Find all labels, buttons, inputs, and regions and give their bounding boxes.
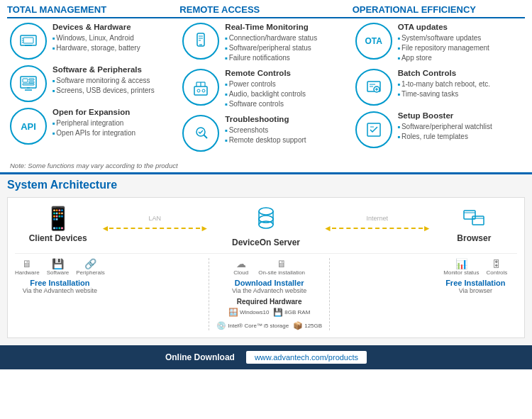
rc-bullet-2: Audio, backlight controls <box>225 89 306 99</box>
cloud-sub-icon: ☁ <box>236 258 246 269</box>
ts-bullet-1: Screenshots <box>225 125 306 135</box>
devices-hardware-text: Devices & Hardware Windows, Linux, Andro… <box>52 23 140 53</box>
setup-booster-text: Setup Booster Software/peripheral watchl… <box>398 111 492 142</box>
browser-sub-icons: 📊 Monitor status 🎛 Controls <box>434 258 517 276</box>
arch-diagram: 📱 Client Devices LAN ◄ ► <box>7 197 525 338</box>
browser-install-label: Free Installation <box>434 279 517 287</box>
devices-bullet-2: Hardware, storage, battery <box>52 43 140 53</box>
left-arrow-icon2: ◄ <box>323 223 332 233</box>
feature-col-1: Devices & Hardware Windows, Linux, Andro… <box>7 23 179 157</box>
client-install-sub: Via the Advantech website <box>15 287 105 294</box>
peripherals-sub-icon: 🔗 <box>84 258 96 269</box>
svg-point-25 <box>196 128 205 136</box>
cloud-sub-label: Cloud <box>233 269 248 276</box>
feature-grid: Devices & Hardware Windows, Linux, Andro… <box>0 20 532 160</box>
sb-bullet-2: Roles, rule templates <box>398 132 492 142</box>
lan-spacer <box>105 258 209 330</box>
arch-sub-row: 🖥 Hardware 💾 Software 🔗 Peripherals Free… <box>15 253 517 330</box>
server-sub: ☁ Cloud 🖥 On-site installation Download … <box>209 258 329 330</box>
feature-ota-updates: OTA OTA updates System/software updates … <box>355 23 522 63</box>
remote-controls-icon <box>182 69 219 106</box>
troubleshooting-icon <box>182 115 219 152</box>
troubleshooting-title: Troubleshooting <box>225 115 306 123</box>
rc-bullet-1: Power controls <box>225 79 306 89</box>
server-sub-icons: ☁ Cloud 🖥 On-site installation <box>214 258 324 276</box>
ota-bullet-2: File repository management <box>398 43 489 53</box>
arch-client-col: 📱 Client Devices <box>15 205 101 243</box>
cpu-icon: 💿 <box>216 321 226 330</box>
req-hw-label: Required Hardware <box>214 298 324 306</box>
feature-software-peripherals: Software & Peripherals Software monitori… <box>10 65 177 102</box>
rc-bullet-3: Software controls <box>225 99 306 109</box>
client-hardware-sub: 🖥 Hardware <box>15 258 40 276</box>
feature-troubleshooting: Troubleshooting Screenshots Remote deskt… <box>182 115 349 152</box>
feature-realtime-monitoring: Real-Time Monitoring Connection/hardware… <box>182 23 349 63</box>
monitor-sub-label: Monitor status <box>443 269 479 276</box>
onsite-sub-icon: 🖥 <box>277 258 287 269</box>
devices-hardware-icon <box>10 23 47 60</box>
rt-bullet-3: Failure notifications <box>225 53 317 63</box>
sb-bullet-1: Software/peripheral watchlist <box>398 122 492 132</box>
browser-monitor-sub: 📊 Monitor status <box>443 258 479 276</box>
top-headers: Total Management Remote Access Operation… <box>0 0 532 20</box>
svg-rect-1 <box>23 38 33 43</box>
software-sub-icon: 💾 <box>52 258 64 269</box>
browser-controls-sub: 🎛 Controls <box>487 258 508 276</box>
software-bullet-2: Screens, USB devices, printers <box>52 86 155 96</box>
software-peripherals-icon <box>10 65 47 102</box>
svg-point-23 <box>197 89 200 92</box>
hw-specs-row: 🪟 Windows10 💾 8GB RAM 💿 Intel® Core™ i5 … <box>214 308 324 330</box>
rt-bullet-1: Connection/hardware status <box>225 33 317 43</box>
feature-open-expansion: API Open for Expansion Peripheral integr… <box>10 108 177 145</box>
devices-hardware-title: Devices & Hardware <box>52 23 140 31</box>
software-sub-label: Software <box>47 269 70 276</box>
ota-bullet-1: System/software updates <box>398 33 489 43</box>
dashed-line-internet <box>332 228 423 229</box>
svg-point-4 <box>22 40 23 41</box>
client-peripherals-sub: 🔗 Peripherals <box>76 258 104 276</box>
svg-rect-8 <box>29 79 34 80</box>
setup-booster-title: Setup Booster <box>398 111 492 120</box>
batch-controls-text: Batch Controls 1-to-many batch reboot, e… <box>398 69 490 99</box>
lan-arrow: ◄ ► <box>101 223 209 233</box>
internet-arrow: ◄ ► <box>323 223 431 233</box>
hardware-sub-label: Hardware <box>15 269 40 276</box>
arch-browser-col: Browser <box>431 205 517 243</box>
ram-label: 8GB RAM <box>284 309 310 315</box>
svg-point-5 <box>22 42 23 43</box>
ts-bullet-2: Remote desktop support <box>225 135 306 145</box>
svg-rect-9 <box>29 82 34 83</box>
note: Note: Some functions may vary according … <box>0 160 532 172</box>
hw-spec-cpu: 💿 Intel® Core™ i5 storage <box>216 321 289 330</box>
ota-updates-title: OTA updates <box>398 23 489 31</box>
client-sub: 🖥 Hardware 💾 Software 🔗 Peripherals Free… <box>15 258 105 330</box>
left-arrow-icon: ◄ <box>101 223 109 233</box>
feature-batch-controls: Batch Controls 1-to-many batch reboot, e… <box>355 69 522 106</box>
feature-setup-booster: Setup Booster Software/peripheral watchl… <box>355 111 522 148</box>
client-icon: 📱 <box>15 205 101 232</box>
svg-line-26 <box>204 135 208 139</box>
batch-controls-title: Batch Controls <box>398 69 490 77</box>
client-title: Client Devices <box>15 233 101 243</box>
cpu-label: Intel® Core™ i5 storage <box>228 323 289 329</box>
svg-point-3 <box>22 38 23 39</box>
server-icon <box>209 205 323 236</box>
header-col3: Operational Efficiency <box>353 4 525 18</box>
feature-col-3: OTA OTA updates System/software updates … <box>353 23 525 157</box>
arch-title: System Architecture <box>7 179 525 191</box>
browser-sub: 📊 Monitor status 🎛 Controls Free Install… <box>434 258 517 330</box>
svg-rect-13 <box>197 33 204 46</box>
hardware-sub-icon: 🖥 <box>22 258 32 269</box>
feature-devices-hardware: Devices & Hardware Windows, Linux, Andro… <box>10 23 177 60</box>
browser-title: Browser <box>431 233 517 243</box>
storage-icon: 📦 <box>293 321 303 330</box>
right-arrow-icon2: ► <box>423 223 431 233</box>
hw-spec-storage: 📦 125GB <box>293 321 322 330</box>
server-cloud-sub: ☁ Cloud <box>233 258 248 276</box>
ram-icon: 💾 <box>273 308 283 317</box>
open-expansion-title: Open for Expansion <box>52 108 135 116</box>
hw-spec-windows: 🪟 Windows10 <box>228 308 269 317</box>
realtime-monitoring-text: Real-Time Monitoring Connection/hardware… <box>225 23 317 63</box>
browser-install-sub: Via browser <box>434 287 517 294</box>
expansion-bullet-2: Open APIs for integration <box>52 128 135 138</box>
